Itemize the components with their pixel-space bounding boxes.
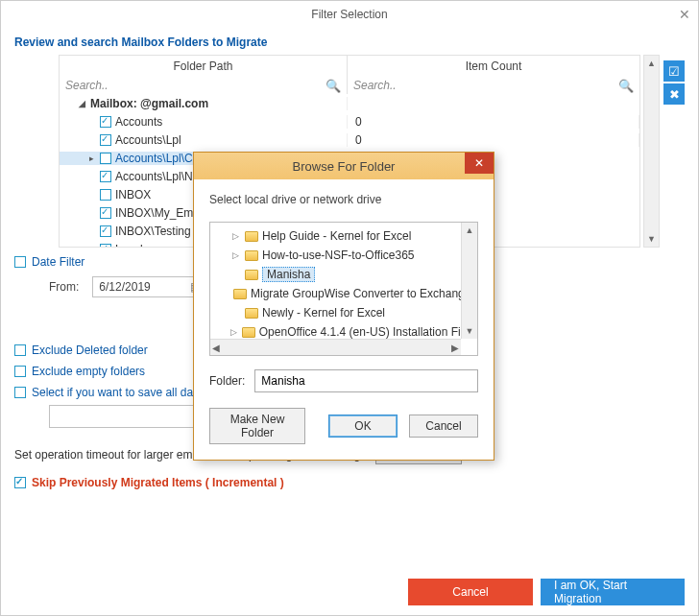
scroll-right-icon[interactable]: ▶ bbox=[451, 343, 459, 353]
window-title: Filter Selection bbox=[311, 8, 387, 21]
folder-icon bbox=[245, 250, 258, 261]
folder-tree-item[interactable]: ▷Help Guide - Kernel for Excel bbox=[212, 226, 475, 246]
skip-previously-checkbox[interactable] bbox=[14, 477, 26, 488]
search-icon[interactable]: 🔍 bbox=[618, 79, 634, 93]
row-checkbox[interactable] bbox=[100, 116, 111, 128]
expand-icon[interactable]: ▷ bbox=[229, 327, 238, 337]
row-label: Accounts\Lpl\No bbox=[115, 170, 199, 183]
cancel-button[interactable]: Cancel bbox=[408, 579, 533, 605]
scroll-left-icon[interactable]: ◀ bbox=[212, 343, 220, 353]
folder-item-label: Help Guide - Kernel for Excel bbox=[262, 229, 411, 243]
expand-icon[interactable]: ▷ bbox=[229, 231, 241, 241]
window-titlebar: Filter Selection ✕ bbox=[1, 1, 698, 28]
exclude-deleted-checkbox[interactable] bbox=[14, 344, 26, 356]
row-label: Accounts\Lpl\Co bbox=[115, 152, 199, 165]
folder-tree-item[interactable]: ▷How-to-use-NSF-to-Office365 bbox=[212, 246, 475, 265]
folder-name-input[interactable] bbox=[254, 369, 478, 392]
grid-header: Folder Path Item Count bbox=[59, 55, 640, 77]
row-label: Accounts\Lpl bbox=[115, 133, 181, 147]
folder-item-label: Migrate GroupWise Converter to Exchange … bbox=[251, 287, 478, 300]
save-all-checkbox[interactable] bbox=[14, 387, 26, 398]
folder-icon bbox=[242, 327, 255, 338]
expand-icon[interactable]: ▸ bbox=[86, 154, 96, 163]
folder-tree-item[interactable]: Newly - Kernel for Excel bbox=[212, 303, 475, 322]
row-checkbox[interactable] bbox=[100, 134, 111, 146]
dialog-titlebar: Browse For Folder ✕ bbox=[194, 153, 494, 179]
folder-icon bbox=[233, 289, 247, 299]
row-label: Accounts bbox=[115, 115, 162, 129]
expand-icon[interactable]: ◢ bbox=[77, 99, 86, 108]
col-folder-path[interactable]: Folder Path bbox=[60, 56, 348, 77]
from-label: From: bbox=[49, 280, 79, 294]
uncheck-all-button[interactable]: ✖ bbox=[663, 83, 685, 105]
dialog-subtitle: Select local drive or network drive bbox=[209, 193, 478, 206]
table-row[interactable]: Accounts\Lpl0 bbox=[60, 130, 639, 149]
row-label: INBOX\My_Email bbox=[115, 206, 205, 220]
side-action-buttons: ☑ ✖ bbox=[663, 60, 685, 105]
folder-tree-item[interactable]: Manisha bbox=[212, 265, 475, 284]
folder-name-field: Folder: bbox=[209, 369, 478, 392]
from-date-input[interactable]: 6/12/2019 ▦ bbox=[92, 276, 207, 297]
folder-icon bbox=[245, 270, 258, 280]
folder-label: Folder: bbox=[209, 374, 245, 388]
row-label: INBOX\Testing M bbox=[115, 225, 204, 238]
row-checkbox[interactable] bbox=[100, 171, 111, 182]
dialog-title: Browse For Folder bbox=[293, 159, 396, 174]
scroll-up-icon[interactable]: ▲ bbox=[462, 223, 477, 238]
row-label: Mailbox: @gmail.com bbox=[90, 97, 208, 110]
tree-vertical-scrollbar[interactable]: ▲ ▼ bbox=[461, 223, 477, 339]
date-filter-label: Date Filter bbox=[32, 255, 84, 269]
close-icon[interactable]: ✕ bbox=[662, 7, 690, 22]
row-checkbox[interactable] bbox=[100, 244, 111, 249]
folder-icon bbox=[245, 231, 258, 242]
folder-item-label: Newly - Kernel for Excel bbox=[262, 306, 385, 320]
folder-item-label: Manisha bbox=[262, 267, 315, 282]
grid-search-row: Search..🔍 Search..🔍 bbox=[59, 77, 640, 94]
folder-browser-tree[interactable]: ▷Help Guide - Kernel for Excel▷How-to-us… bbox=[209, 222, 478, 356]
row-checkbox[interactable] bbox=[100, 153, 111, 164]
scroll-up-icon[interactable]: ▲ bbox=[644, 56, 659, 71]
dialog-cancel-button[interactable]: Cancel bbox=[409, 415, 478, 438]
footer-buttons: Cancel I am OK, Start Migration bbox=[408, 579, 685, 605]
expand-icon[interactable]: ▷ bbox=[229, 250, 241, 260]
make-new-folder-button[interactable]: Make New Folder bbox=[209, 408, 305, 444]
table-row[interactable]: Accounts0 bbox=[60, 112, 639, 130]
scroll-down-icon[interactable]: ▼ bbox=[644, 231, 659, 247]
row-checkbox[interactable] bbox=[100, 189, 111, 201]
browse-folder-dialog: Browse For Folder ✕ Select local drive o… bbox=[193, 152, 494, 461]
dialog-close-button[interactable]: ✕ bbox=[465, 153, 494, 174]
col-item-count[interactable]: Item Count bbox=[348, 56, 640, 77]
start-migration-button[interactable]: I am OK, Start Migration bbox=[541, 579, 685, 605]
row-checkbox[interactable] bbox=[100, 225, 111, 237]
ok-button[interactable]: OK bbox=[328, 415, 398, 438]
row-label: Local bbox=[115, 243, 143, 249]
row-label: INBOX bbox=[115, 188, 151, 201]
scroll-down-icon[interactable]: ▼ bbox=[462, 323, 477, 339]
folder-tree-item[interactable]: Migrate GroupWise Converter to Exchange … bbox=[212, 284, 475, 303]
folder-item-label: How-to-use-NSF-to-Office365 bbox=[262, 249, 415, 262]
folder-item-label: OpenOffice 4.1.4 (en-US) Installation Fi… bbox=[259, 325, 475, 339]
folder-icon bbox=[245, 308, 258, 319]
exclude-empty-checkbox[interactable] bbox=[14, 366, 26, 377]
tree-horizontal-scrollbar[interactable]: ◀ ▶ bbox=[210, 339, 461, 355]
search-icon[interactable]: 🔍 bbox=[325, 79, 341, 93]
row-count: 0 bbox=[348, 133, 639, 147]
search-folder-input[interactable]: Search..🔍 bbox=[60, 77, 348, 94]
date-filter-checkbox[interactable] bbox=[14, 256, 26, 268]
check-all-button[interactable]: ☑ bbox=[663, 60, 685, 82]
search-count-input[interactable]: Search..🔍 bbox=[348, 77, 640, 94]
skip-previously-option[interactable]: Skip Previously Migrated Items ( Increme… bbox=[1, 472, 698, 493]
table-row[interactable]: ◢Mailbox: @gmail.com bbox=[60, 94, 639, 112]
section-header: Review and search Mailbox Folders to Mig… bbox=[1, 28, 698, 55]
row-count: 0 bbox=[348, 115, 639, 129]
grid-scrollbar[interactable]: ▲ ▼ bbox=[643, 55, 660, 248]
row-checkbox[interactable] bbox=[100, 207, 111, 219]
